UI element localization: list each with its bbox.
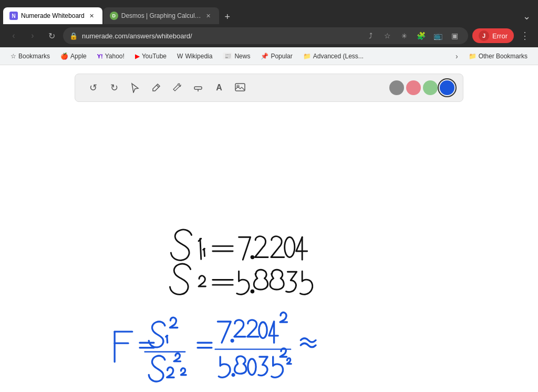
svg-point-4 — [251, 256, 254, 259]
bookmark-label-advanced: Advanced (Less... — [313, 53, 364, 60]
bookmark-label-bookmarks: Bookmarks — [18, 53, 50, 60]
lock-icon: 🔒 — [69, 32, 78, 40]
tab-close-desmos[interactable]: ✕ — [204, 12, 213, 20]
forward-button[interactable]: › — [25, 28, 40, 43]
apple-icon: 🍎 — [60, 53, 68, 60]
tab-title-desmos: Desmos | Graphing Calculat... — [121, 12, 201, 19]
extension-icon[interactable]: ✳ — [397, 28, 411, 43]
bookmarks-expand-button[interactable]: › — [452, 51, 461, 61]
tab-favicon-numerade: N — [9, 12, 18, 20]
yahoo-icon: Y! — [97, 53, 103, 59]
color-swatch-blue[interactable] — [440, 80, 454, 95]
svg-point-8 — [259, 322, 267, 338]
puzzle-icon[interactable]: 🧩 — [413, 28, 428, 43]
text-button[interactable]: A — [210, 78, 229, 97]
news-icon: 📰 — [223, 53, 232, 59]
bookmark-label-yahoo: Yahoo! — [105, 53, 125, 60]
bookmark-item-apple[interactable]: 🍎 Apple — [56, 51, 91, 61]
pencil-button[interactable] — [147, 78, 165, 97]
svg-point-6 — [251, 290, 254, 293]
redo-button[interactable]: ↻ — [105, 78, 123, 97]
bookmark-label-wikipedia: Wikipedia — [185, 53, 212, 60]
bookmark-star-icon: ☆ — [11, 53, 16, 60]
share-icon[interactable]: ⤴ — [363, 28, 378, 43]
color-swatch-green[interactable] — [423, 80, 438, 95]
address-bar[interactable]: 🔒 numerade.com/answers/whiteboard/ ⤴ ☆ ✳… — [63, 27, 468, 44]
bookmark-label-youtube: YouTube — [142, 53, 167, 60]
folder-icon: 📁 — [469, 53, 477, 60]
bookmark-item-advanced[interactable]: 📁 Advanced (Less... — [299, 51, 368, 61]
reload-button[interactable]: ↻ — [44, 28, 59, 43]
bookmark-item-popular[interactable]: 📌 Popular — [256, 51, 296, 61]
popular-icon: 📌 — [261, 53, 268, 60]
tab-bar: N Numerade Whiteboard ✕ D Desmos | Graph… — [0, 0, 538, 24]
tab-overflow-button[interactable]: ⌄ — [519, 8, 535, 24]
tab-favicon-desmos: D — [110, 12, 118, 20]
tab-title-numerade: Numerade Whiteboard — [21, 12, 85, 19]
address-actions: ⤴ ☆ ✳ 🧩 📺 ▣ — [363, 28, 462, 43]
svg-point-10 — [248, 359, 256, 375]
bookmark-item-yahoo[interactable]: Y! Yahoo! — [93, 51, 129, 61]
address-url: numerade.com/answers/whiteboard/ — [82, 32, 359, 40]
back-button[interactable]: ‹ — [6, 28, 21, 43]
other-bookmarks[interactable]: 📁 Other Bookmarks — [464, 51, 532, 61]
svg-rect-2 — [235, 84, 245, 91]
tab-close-numerade[interactable]: ✕ — [88, 12, 96, 20]
window-icon[interactable]: ▣ — [447, 28, 462, 43]
browser-chrome: N Numerade Whiteboard ✕ D Desmos | Graph… — [0, 0, 538, 65]
bookmark-label-popular: Popular — [271, 53, 292, 60]
bookmark-item-news[interactable]: 📰 News — [219, 51, 254, 61]
error-badge[interactable]: J Error — [472, 28, 514, 43]
svg-point-9 — [232, 374, 234, 376]
bookmark-icon[interactable]: ☆ — [380, 28, 395, 43]
color-swatch-gray[interactable] — [389, 80, 404, 95]
cast-icon[interactable]: 📺 — [430, 28, 445, 43]
bookmark-item-wikipedia[interactable]: W Wikipedia — [173, 51, 216, 61]
main-content: ↺ ↻ A — [0, 65, 538, 392]
error-label: Error — [492, 32, 508, 40]
svg-rect-0 — [194, 87, 202, 89]
bookmark-label-apple: Apple — [70, 53, 87, 60]
new-tab-button[interactable]: + — [220, 9, 235, 24]
bookmark-item-bookmarks[interactable]: ☆ Bookmarks — [6, 51, 54, 61]
color-swatch-pink[interactable] — [406, 80, 421, 95]
svg-point-7 — [231, 339, 233, 342]
image-button[interactable] — [231, 78, 250, 97]
browser-menu-button[interactable]: ⋮ — [518, 28, 532, 44]
user-avatar: J — [479, 30, 489, 41]
bookmark-item-youtube[interactable]: ▶ YouTube — [131, 51, 171, 61]
select-button[interactable] — [126, 78, 144, 97]
undo-button[interactable]: ↺ — [84, 78, 102, 97]
tools-button[interactable] — [168, 78, 187, 97]
bookmark-label-news: News — [234, 53, 250, 60]
tab-numerade[interactable]: N Numerade Whiteboard ✕ — [3, 7, 102, 24]
whiteboard-canvas[interactable] — [0, 110, 538, 392]
youtube-icon: ▶ — [135, 53, 140, 60]
address-bar-row: ‹ › ↻ 🔒 numerade.com/answers/whiteboard/… — [0, 24, 538, 47]
advanced-icon: 📁 — [303, 53, 311, 60]
wikipedia-icon: W — [177, 53, 183, 60]
drawing-toolbar: ↺ ↻ A — [75, 74, 463, 102]
other-bookmarks-label: Other Bookmarks — [479, 53, 527, 60]
bookmarks-bar: ☆ Bookmarks 🍎 Apple Y! Yahoo! ▶ YouTube … — [0, 47, 538, 65]
tab-desmos[interactable]: D Desmos | Graphing Calculat... ✕ — [104, 7, 219, 24]
svg-point-5 — [285, 237, 295, 257]
handwriting-svg — [0, 110, 538, 392]
highlighter-button[interactable] — [189, 78, 208, 97]
